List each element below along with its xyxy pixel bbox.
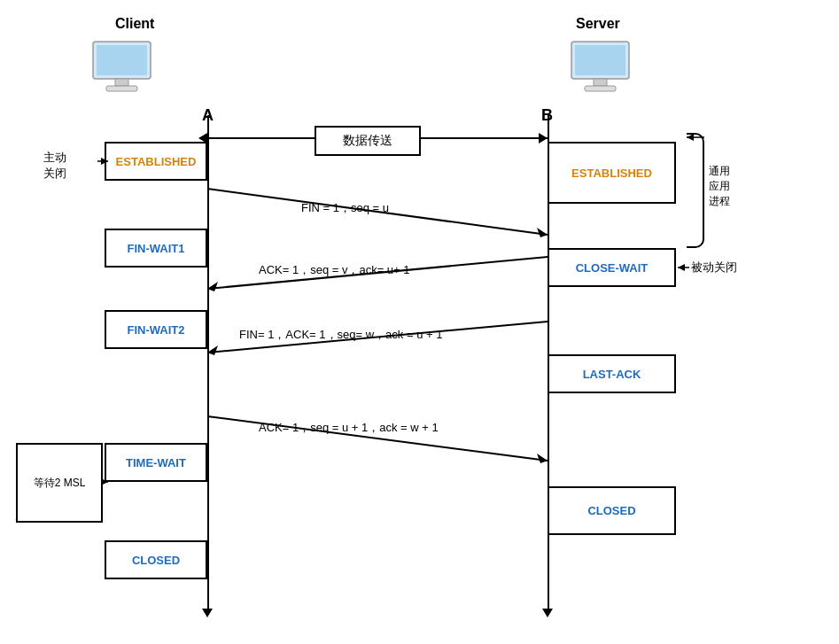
svg-rect-7 — [585, 86, 616, 91]
fin1-label: FIN = 1，seq = u — [301, 200, 389, 216]
state-established-client: ESTABLISHED — [105, 142, 207, 181]
svg-rect-3 — [106, 86, 137, 91]
timeline-a — [207, 115, 209, 611]
server-label: Server — [576, 16, 620, 32]
state-last-ack: LAST-ACK — [548, 354, 676, 393]
client-label: Client — [115, 16, 154, 32]
svg-rect-1 — [97, 45, 147, 75]
svg-marker-23 — [678, 264, 685, 271]
arrow-down-b — [542, 609, 553, 617]
ack2-label: ACK= 1，seq = u + 1，ack = w + 1 — [259, 420, 439, 436]
state-established-server: ESTABLISHED — [548, 142, 676, 204]
data-arrow-right-head — [539, 133, 548, 144]
svg-rect-5 — [575, 45, 625, 75]
client-computer-icon — [89, 40, 159, 101]
passive-close-label: 被动关闭 — [691, 260, 737, 275]
svg-marker-9 — [537, 228, 548, 237]
diagram-container: Client Server A B — [0, 0, 839, 644]
fin2-label: FIN= 1，ACK= 1，seq= w，ack = u + 1 — [239, 327, 442, 343]
server-process-label: 通用 应用 进程 — [709, 164, 730, 208]
state-closed-client: CLOSED — [105, 540, 207, 579]
state-closed-server: CLOSED — [548, 486, 676, 535]
ack1-label: ACK= 1，seq = v，ack= u+ 1 — [259, 262, 410, 278]
server-computer-icon — [567, 40, 638, 101]
svg-rect-2 — [115, 79, 128, 86]
wait-2msl-box: 等待2 MSL — [16, 443, 103, 523]
data-arrow-left-head — [198, 133, 207, 144]
arrow-down-a — [202, 609, 213, 617]
server-process-bracket — [687, 133, 704, 248]
data-transfer-box: 数据传送 — [315, 126, 421, 156]
svg-rect-6 — [594, 79, 607, 86]
state-fin-wait1: FIN-WAIT1 — [105, 229, 207, 268]
state-fin-wait2: FIN-WAIT2 — [105, 310, 207, 349]
state-time-wait: TIME-WAIT — [105, 443, 207, 482]
state-close-wait: CLOSE-WAIT — [548, 248, 676, 287]
active-close-label: 主动 关闭 — [35, 144, 74, 188]
svg-marker-15 — [537, 454, 548, 463]
